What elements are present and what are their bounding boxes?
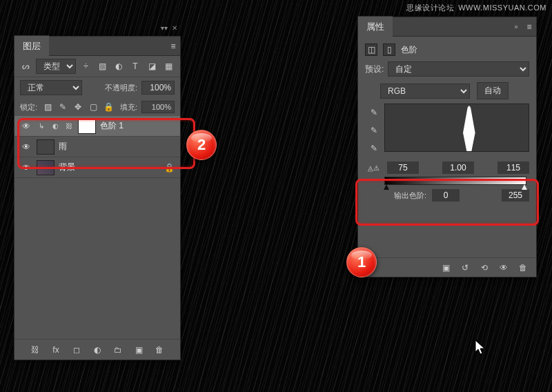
- panel-collapse-icon[interactable]: »: [510, 23, 522, 30]
- visibility-toggle-icon[interactable]: 👁: [497, 262, 510, 274]
- visibility-icon[interactable]: 👁: [20, 141, 32, 153]
- group-icon[interactable]: 🗀: [112, 344, 124, 356]
- properties-bottom-bar: ▣ ↺ ⟲ 👁 🗑: [358, 257, 536, 277]
- layer-name[interactable]: 色阶 1: [100, 120, 124, 132]
- white-slider[interactable]: [448, 151, 454, 152]
- link-layers-icon[interactable]: ⛓: [29, 344, 41, 356]
- layers-panel: ▾▾ ✕ 图层 ≡ ᔕ 类型 ÷ ▧ ◐ T ◪ ▦ 正常 不透明度: 100%…: [14, 36, 181, 360]
- adjustment-icon: ◐: [50, 121, 60, 131]
- watermark-text-cn: 思缘设计论坛: [406, 3, 454, 12]
- blend-mode-select[interactable]: 正常: [20, 80, 82, 95]
- opacity-label: 不透明度:: [105, 83, 137, 93]
- histogram-area: ✎ ✎ ✎: [368, 104, 529, 155]
- new-layer-icon[interactable]: ▣: [132, 344, 145, 356]
- auto-button[interactable]: 自动: [477, 82, 509, 99]
- input-gamma-field[interactable]: [442, 161, 474, 174]
- properties-tabbar: 属性 » ≡: [358, 17, 536, 37]
- link-icon: ⛓: [64, 121, 74, 131]
- lock-artboard-icon[interactable]: ▢: [87, 101, 99, 113]
- adjustment-new-icon[interactable]: ◐: [91, 344, 103, 356]
- layer-name[interactable]: 雨: [59, 141, 67, 153]
- channel-select[interactable]: RGB: [380, 84, 470, 99]
- lock-icon[interactable]: 🔒: [164, 163, 175, 173]
- layer-row-levels[interactable]: 👁 ↳ ◐ ⛓ 色阶 1: [14, 116, 180, 137]
- properties-panel: 属性 » ≡ ◫ ▯ 色阶 预设: 自定 RGB 自动 ✎ ✎ ✎: [357, 17, 537, 277]
- output-white-field[interactable]: [502, 189, 529, 202]
- eyedropper-column: ✎ ✎ ✎: [368, 104, 380, 155]
- mask-mode-icon[interactable]: ▯: [383, 43, 395, 56]
- watermark: 思缘设计论坛 WWW.MISSYUAN.COM: [406, 3, 546, 13]
- lock-transparency-icon[interactable]: ▨: [41, 101, 54, 113]
- layer-filter-row: ᔕ 类型 ÷ ▧ ◐ T ◪ ▦: [14, 56, 180, 77]
- panel-collapse-icon[interactable]: ▾▾: [161, 24, 168, 35]
- panel-menu-icon[interactable]: ≡: [166, 41, 180, 51]
- levels-icon[interactable]: ◫: [365, 43, 377, 56]
- delete-adjustment-icon[interactable]: 🗑: [517, 262, 529, 274]
- filter-search-icon[interactable]: ᔕ: [20, 60, 32, 72]
- filter-kind-select[interactable]: 类型: [36, 59, 76, 74]
- mask-icon[interactable]: ◻: [70, 344, 83, 356]
- visibility-icon[interactable]: 👁: [20, 161, 32, 174]
- mouse-cursor-icon: [475, 340, 487, 359]
- properties-body: ◫ ▯ 色阶 预设: 自定 RGB 自动 ✎ ✎ ✎: [358, 37, 536, 206]
- watermark-text-url: WWW.MISSYUAN.COM: [458, 3, 546, 12]
- lock-label: 锁定:: [20, 102, 37, 112]
- black-eyedropper-icon[interactable]: ✎: [368, 106, 380, 119]
- lock-row: 锁定: ▨ ✎ ✥ ▢ 🔒 填充: 100%: [14, 98, 180, 116]
- opacity-value[interactable]: 100%: [141, 81, 175, 95]
- adjustment-header: ◫ ▯ 色阶: [365, 41, 529, 61]
- callout-badge-1: 1: [346, 247, 377, 277]
- panel-float-controls: ▾▾ ✕: [152, 24, 180, 35]
- layer-list: 👁 ↳ ◐ ⛓ 色阶 1 👁 雨 👁 背景 🔒: [14, 116, 180, 178]
- lock-all-icon[interactable]: 🔒: [102, 101, 115, 113]
- lock-pixels-icon[interactable]: ✎: [57, 101, 69, 113]
- fx-icon[interactable]: fx: [50, 344, 62, 356]
- visibility-icon[interactable]: 👁: [20, 120, 32, 133]
- filter-chevron-icon[interactable]: ÷: [80, 60, 92, 72]
- properties-tab[interactable]: 属性: [358, 16, 393, 37]
- layer-row-background[interactable]: 👁 背景 🔒: [14, 157, 180, 178]
- preset-row: 预设: 自定: [365, 61, 529, 77]
- channel-row: RGB 自动: [365, 82, 529, 99]
- view-previous-icon[interactable]: ↺: [459, 262, 471, 274]
- out-white-slider[interactable]: [522, 184, 527, 190]
- output-black-field[interactable]: [432, 189, 460, 202]
- layer-name[interactable]: 背景: [59, 161, 75, 173]
- layer-row-rain[interactable]: 👁 雨: [14, 137, 180, 157]
- blend-row: 正常 不透明度: 100%: [14, 77, 180, 98]
- black-slider[interactable]: [426, 151, 432, 152]
- filter-adjust-icon[interactable]: ◐: [112, 60, 125, 72]
- filter-shape-icon[interactable]: ◪: [146, 60, 158, 72]
- mask-thumbnail[interactable]: [78, 119, 96, 134]
- panel-close-icon[interactable]: ✕: [172, 24, 177, 35]
- histogram-shape: [454, 106, 484, 151]
- input-black-field[interactable]: [387, 161, 419, 174]
- input-white-field[interactable]: [497, 161, 529, 174]
- delete-icon[interactable]: 🗑: [153, 344, 166, 356]
- filter-pixel-icon[interactable]: ▧: [96, 60, 108, 72]
- preset-select[interactable]: 自定: [388, 61, 529, 77]
- out-black-slider[interactable]: [384, 184, 389, 190]
- white-eyedropper-icon[interactable]: ✎: [368, 142, 380, 155]
- callout-badge-2: 2: [186, 130, 217, 160]
- fill-value[interactable]: 100%: [141, 101, 175, 113]
- layers-tabbar: 图层 ≡: [14, 37, 180, 56]
- layers-tab[interactable]: 图层: [14, 35, 49, 57]
- layer-thumbnail[interactable]: [37, 139, 55, 155]
- lock-position-icon[interactable]: ✥: [72, 101, 84, 113]
- output-gradient[interactable]: [384, 177, 526, 185]
- panel-menu-icon[interactable]: ≡: [522, 22, 536, 32]
- levels-warning-icon: ◬⚠: [368, 164, 383, 172]
- reset-icon[interactable]: ⟲: [478, 262, 491, 274]
- gray-eyedropper-icon[interactable]: ✎: [368, 124, 380, 137]
- preset-label: 预设:: [365, 63, 384, 75]
- histogram[interactable]: [384, 104, 529, 152]
- gamma-slider[interactable]: [438, 151, 444, 152]
- filter-smart-icon[interactable]: ▦: [162, 60, 175, 72]
- layer-thumbnail[interactable]: [37, 160, 55, 175]
- clip-to-layer-icon[interactable]: ▣: [440, 262, 452, 274]
- filter-type-icon[interactable]: T: [129, 60, 141, 72]
- output-levels-row: 输出色阶:: [365, 185, 529, 202]
- output-label: 输出色阶:: [394, 190, 426, 201]
- clip-arrow-icon: ↳: [37, 121, 46, 131]
